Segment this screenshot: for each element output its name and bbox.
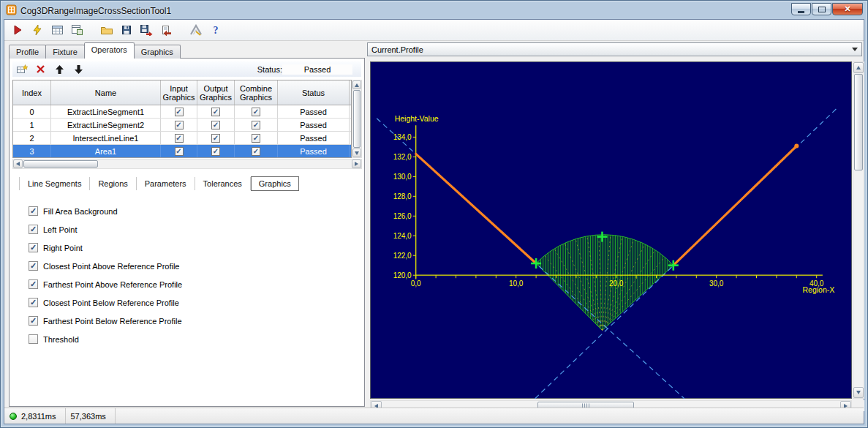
result-grid-icon[interactable] [49,22,65,38]
tab-operators[interactable]: Operators [84,42,135,59]
graphics-checkbox[interactable]: ✓ [252,121,260,129]
checkbox[interactable]: ✓ [29,225,38,234]
operators-grid: Index Name Input Graphics Output Graphic… [12,80,352,158]
total-time: 57,363ms [71,412,106,421]
record-display-icon[interactable] [69,22,85,38]
profile-chart[interactable]: 0,010,020,030,040,0134,0132,0130,0128,01… [370,61,852,399]
cell-output-graphics: ✓ [197,132,235,144]
graphics-options-panel: ✓Fill Area Background✓Left Point✓Right P… [11,195,363,405]
grid-header-row: Index Name Input Graphics Output Graphic… [13,80,351,105]
electric-run-icon[interactable] [29,22,45,38]
save-file-icon[interactable] [118,22,135,38]
column-header-input-graphics[interactable]: Input Graphics [161,80,197,105]
column-header-combine-graphics[interactable]: Combine Graphics [235,80,278,105]
checkbox[interactable] [29,334,38,344]
cell-name: ExtractLineSegment1 [51,105,161,118]
subtab-tolerances[interactable]: Tolerances [195,177,251,190]
measure-tool-icon[interactable] [188,22,204,38]
scroll-up-button[interactable] [352,80,361,89]
tab-profile[interactable]: Profile [9,45,46,59]
scroll-thumb[interactable] [353,90,361,148]
graphics-option-farthest-point-above-reference-profile[interactable]: ✓Farthest Point Above Reference Profile [11,275,363,293]
graphics-option-closest-point-above-reference-profile[interactable]: ✓Closest Point Above Reference Profile [11,257,363,275]
subtab-parameters[interactable]: Parameters [137,177,195,190]
status-value: Passed [282,64,352,75]
cell-output-graphics: ✓ [197,119,235,131]
graphics-checkbox[interactable]: ✓ [252,134,260,143]
graphics-checkbox[interactable]: ✓ [175,147,184,156]
checkbox[interactable]: ✓ [29,243,38,252]
add-operator-icon[interactable] [15,63,28,75]
close-button[interactable]: ✕ [832,3,863,15]
cell-status: Passed [278,105,350,118]
checkbox[interactable]: ✓ [29,279,38,289]
operator-row-ExtractLineSegment2[interactable]: 1ExtractLineSegment2✓✓✓Passed [13,119,351,132]
cell-combine-graphics: ✓ [235,105,278,118]
scroll-down-button[interactable] [352,149,361,157]
scroll-thumb[interactable] [23,160,98,168]
column-header-index[interactable]: Index [13,80,51,105]
scroll-thumb[interactable] [854,74,863,170]
graphics-checkbox[interactable]: ✓ [175,121,184,129]
graphics-checkbox[interactable]: ✓ [252,108,260,116]
open-file-icon[interactable] [99,22,115,38]
delete-operator-icon[interactable] [34,63,47,75]
graphics-checkbox[interactable]: ✓ [175,108,184,116]
graphics-checkbox[interactable]: ✓ [211,134,220,143]
subtab-line-segments[interactable]: Line Segments [19,177,90,190]
subtab-regions[interactable]: Regions [90,177,136,190]
graphics-checkbox[interactable]: ✓ [175,134,184,143]
graphics-checkbox[interactable]: ✓ [211,121,220,129]
operator-row-Area1[interactable]: 3Area1✓✓✓Passed [13,145,351,158]
graphics-checkbox[interactable]: ✓ [252,147,260,156]
toolbar-separator [88,22,95,38]
operator-row-IntersectLineLine1[interactable]: 2IntersectLineLine1✓✓✓Passed [13,132,351,145]
tab-graphics[interactable]: Graphics [134,45,181,59]
checkbox[interactable]: ✓ [29,261,38,271]
run-icon[interactable] [10,22,26,38]
subtab-graphics[interactable]: Graphics [251,176,299,191]
graphics-checkbox[interactable]: ✓ [211,108,220,116]
graphics-option-right-point[interactable]: ✓Right Point [11,239,363,257]
scroll-right-button[interactable] [352,159,361,168]
app-window: Cog3DRangeImageCrossSectionTool1 ✕ ? Pro… [0,0,868,428]
graphics-option-left-point[interactable]: ✓Left Point [11,220,363,239]
tab-fixture[interactable]: Fixture [45,45,85,59]
export-file-icon[interactable] [138,22,154,38]
graphics-option-fill-area-background[interactable]: ✓Fill Area Background [11,202,363,220]
column-header-status[interactable]: Status [278,80,350,105]
cell-input-graphics: ✓ [161,119,197,131]
graphics-option-threshold[interactable]: Threshold [11,330,363,348]
grid-vertical-scrollbar[interactable] [352,80,362,158]
scroll-up-button[interactable] [853,62,864,73]
checkbox-label: Right Point [43,244,83,252]
profile-selector[interactable]: Current.Profile [367,42,862,56]
graphics-checkbox[interactable]: ✓ [211,147,220,156]
checkbox[interactable]: ✓ [29,298,38,307]
maximize-button[interactable] [812,3,831,15]
scroll-left-button[interactable] [13,159,23,168]
import-file-icon[interactable] [158,22,174,38]
minimize-icon [798,11,804,13]
checkbox[interactable]: ✓ [29,206,38,216]
move-up-icon[interactable] [53,63,66,75]
cell-combine-graphics: ✓ [235,132,278,144]
column-header-output-graphics[interactable]: Output Graphics [197,80,235,105]
grid-horizontal-scrollbar[interactable] [12,159,362,169]
chart-vertical-scrollbar[interactable] [853,61,864,399]
move-down-icon[interactable] [72,63,85,75]
minimize-button[interactable] [791,3,811,15]
cell-status: Passed [278,145,350,157]
scroll-down-button[interactable] [853,387,864,398]
left-pane: Profile Fixture Operators Graphics Statu… [6,42,366,407]
checkbox-label: Closest Point Below Reference Profile [43,299,179,307]
graphics-option-closest-point-below-reference-profile[interactable]: ✓Closest Point Below Reference Profile [11,293,363,312]
graphics-option-farthest-point-below-reference-profile[interactable]: ✓Farthest Point Below Reference Profile [11,312,363,330]
status-bar: 2,8311ms 57,363ms [4,408,864,424]
svg-text:122,0: 122,0 [393,252,412,260]
window-controls: ✕ [791,3,864,15]
checkbox[interactable]: ✓ [29,316,38,326]
column-header-name[interactable]: Name [51,80,161,105]
operator-row-ExtractLineSegment1[interactable]: 0ExtractLineSegment1✓✓✓Passed [13,105,351,119]
help-icon[interactable]: ? [208,22,224,38]
